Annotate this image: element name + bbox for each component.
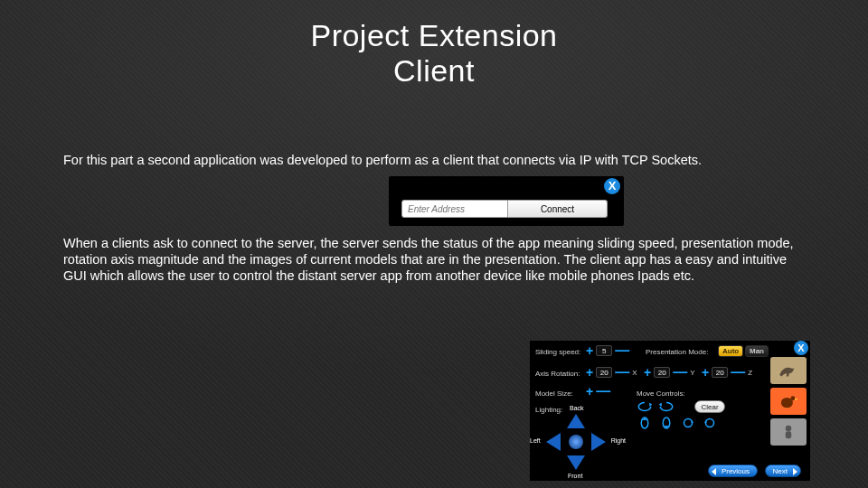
title-line-1: Project Extension [310, 18, 557, 52]
minus-icon[interactable]: — [615, 369, 629, 376]
address-input[interactable] [401, 200, 508, 218]
client-gui-mockup: X Sliding speed: + 5 — Presentation Mode… [530, 341, 810, 481]
previous-button[interactable]: Previous [708, 465, 758, 477]
minus-icon[interactable]: — [673, 369, 687, 376]
arrow-right-icon[interactable] [591, 433, 606, 451]
axis-y-label: Y [690, 369, 694, 377]
axis-z-label: Z [748, 369, 752, 377]
model-thumbnails [770, 357, 807, 446]
rotate-left-icon[interactable] [637, 400, 653, 413]
close-icon[interactable]: X [794, 341, 808, 355]
minus-icon[interactable]: — [596, 388, 610, 395]
axis-y-stepper[interactable]: + 20 — Y [644, 367, 695, 378]
next-label: Next [773, 467, 788, 475]
minus-icon[interactable]: — [615, 347, 629, 354]
slide-title: Project Extension Client [0, 0, 868, 89]
title-line-2: Client [393, 53, 475, 88]
axis-z-value: 20 [712, 367, 728, 378]
dpad-center[interactable] [569, 435, 583, 449]
sliding-speed-label: Sliding speed: [535, 348, 580, 356]
thumbnail-figure[interactable] [770, 418, 807, 446]
plus-icon[interactable]: + [586, 368, 593, 377]
clear-button[interactable]: Clear [694, 400, 725, 413]
chevron-left-icon [712, 468, 716, 475]
dir-front-label: Front [568, 473, 582, 479]
svg-point-6 [786, 426, 792, 432]
sliding-speed-value: 5 [596, 345, 612, 356]
axis-rotation-label: Axis Rotation: [535, 370, 580, 378]
lighting-dpad[interactable]: Back Front Left Right [542, 408, 609, 475]
plus-icon[interactable]: + [644, 368, 651, 377]
intro-paragraph-1: For this part a second application was d… [63, 152, 805, 168]
rotate-up-icon[interactable] [637, 417, 653, 429]
rotate-ccw-icon[interactable] [702, 417, 718, 429]
mode-auto-button[interactable]: Auto [718, 345, 743, 357]
previous-label: Previous [722, 467, 750, 475]
move-controls-label: Move Controls: [637, 389, 685, 398]
arrow-down-icon[interactable] [567, 455, 585, 470]
model-size-label: Model Size: [535, 389, 573, 398]
rotate-cw-icon[interactable] [680, 417, 696, 429]
svg-point-2 [684, 419, 693, 427]
axis-x-stepper[interactable]: + 20 — X [586, 367, 637, 378]
rotate-down-icon[interactable] [658, 417, 675, 429]
next-button[interactable]: Next [765, 465, 801, 477]
arrow-left-icon[interactable] [546, 433, 561, 451]
dir-right-label: Right [611, 437, 626, 444]
intro-paragraph-2: When a clients ask to connect to the ser… [63, 235, 805, 284]
axis-y-value: 20 [654, 367, 670, 378]
thumbnail-horse[interactable] [770, 357, 807, 384]
connect-panel-mockup: X Connect [389, 176, 624, 226]
svg-point-3 [706, 419, 714, 427]
axis-x-value: 20 [596, 367, 612, 378]
dir-back-label: Back [570, 405, 584, 411]
arrow-up-icon[interactable] [567, 414, 585, 428]
presentation-mode-label: Presentation Mode: [646, 348, 708, 356]
minus-icon[interactable]: — [731, 369, 745, 376]
connect-button[interactable]: Connect [508, 200, 608, 218]
model-size-stepper[interactable]: + — [586, 387, 610, 396]
axis-z-stepper[interactable]: + 20 — Z [702, 367, 752, 378]
plus-icon[interactable]: + [586, 387, 593, 396]
sliding-speed-stepper[interactable]: + 5 — [586, 345, 629, 356]
mode-man-button[interactable]: Man [745, 345, 769, 357]
plus-icon[interactable]: + [586, 346, 593, 355]
thumbnail-turkey[interactable] [770, 388, 807, 415]
svg-point-5 [790, 396, 795, 400]
rotate-right-icon[interactable] [658, 400, 675, 413]
close-icon[interactable]: X [604, 178, 620, 194]
plus-icon[interactable]: + [702, 368, 709, 377]
chevron-right-icon [793, 468, 797, 475]
dir-left-label: Left [530, 437, 541, 444]
axis-x-label: X [632, 369, 637, 377]
svg-rect-7 [786, 431, 792, 438]
